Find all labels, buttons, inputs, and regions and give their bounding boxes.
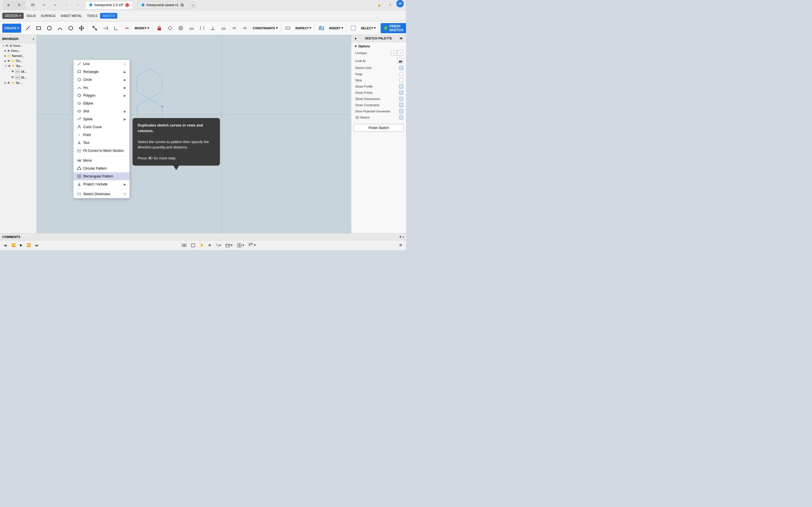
- sidebar-toggle[interactable]: ‹: [33, 37, 34, 41]
- zoom-fit-btn[interactable]: ⊕: [207, 242, 213, 248]
- line-tool-btn[interactable]: [23, 23, 33, 33]
- menu-item-ellipse[interactable]: Ellipse: [73, 100, 130, 107]
- sketch-grid-checkbox[interactable]: [399, 66, 403, 70]
- save-icon[interactable]: 💾: [28, 0, 38, 10]
- move-tool-btn[interactable]: [77, 23, 87, 33]
- skip-end-btn[interactable]: ⏭: [34, 243, 40, 248]
- insert-dropdown-btn[interactable]: INSERT ▾: [327, 24, 345, 33]
- zoom-dropdown-btn[interactable]: 🔍▾: [214, 242, 223, 248]
- image-icon[interactable]: [316, 23, 326, 33]
- circle-tool-btn[interactable]: [44, 23, 54, 33]
- user-avatar[interactable]: JP: [396, 0, 404, 7]
- fillet-icon[interactable]: [111, 23, 121, 33]
- menu-item-spline[interactable]: Spline ▶: [73, 115, 130, 123]
- comments-expand-btn[interactable]: ›: [403, 235, 404, 239]
- forward-icon[interactable]: ›: [73, 0, 83, 10]
- 3d-sketch-checkbox[interactable]: [399, 115, 403, 119]
- play-btn[interactable]: ▶: [18, 242, 24, 248]
- show-constraints-checkbox[interactable]: [399, 103, 403, 107]
- menu-item-conic-curve[interactable]: Conic Curve: [73, 123, 130, 131]
- sidebar-item-sk2[interactable]: 👁 ▭ Sk...: [0, 74, 36, 80]
- apps-icon[interactable]: ☰: [14, 0, 24, 10]
- menu-item-mirror[interactable]: Mirror: [73, 157, 130, 165]
- next-btn[interactable]: ⏩: [25, 242, 33, 248]
- menu-item-point[interactable]: + Point: [73, 131, 130, 139]
- menu-solid[interactable]: SOLID: [24, 13, 38, 18]
- equal-icon[interactable]: [229, 23, 239, 33]
- menu-tools[interactable]: TOOLS: [85, 13, 100, 18]
- constraints-dropdown-btn[interactable]: CONSTRAINTS ▾: [251, 24, 280, 33]
- notification-icon[interactable]: 🔔: [374, 0, 384, 10]
- finish-sketch-palette-btn[interactable]: Finish Sketch: [354, 124, 404, 132]
- sidebar-item-hone[interactable]: ▼ 👁 ⚙ hone...: [0, 43, 36, 48]
- comments-add-btn[interactable]: +: [399, 235, 402, 239]
- polygon-tool-btn[interactable]: [66, 23, 76, 33]
- symmetric-icon[interactable]: [240, 23, 250, 33]
- break-icon[interactable]: [122, 23, 132, 33]
- palette-expand-icon[interactable]: ≫: [400, 37, 403, 40]
- sidebar-item-bo[interactable]: ▼ 👁 📁 Bo...: [0, 63, 36, 68]
- menu-item-circular-pattern[interactable]: Circular Pattern: [73, 165, 130, 172]
- menu-item-sketch-dimension[interactable]: Sketch Dimension D: [73, 190, 130, 198]
- tangent-icon[interactable]: [218, 23, 229, 33]
- trim-icon[interactable]: [90, 23, 100, 33]
- help-icon[interactable]: ?: [385, 0, 395, 10]
- lock-icon[interactable]: [154, 23, 164, 33]
- select-dropdown-btn[interactable]: SELECT ▾: [359, 24, 377, 33]
- menu-item-rectangular-pattern[interactable]: Rectangular Pattern ⋮: [73, 172, 130, 180]
- prev-btn[interactable]: ⏪: [10, 242, 17, 248]
- concentric-icon[interactable]: [175, 23, 186, 33]
- active-tab[interactable]: 🔷 honeycomb 2.0 v3* ×: [85, 1, 133, 9]
- menu-surface[interactable]: SURFACE: [39, 13, 58, 18]
- menu-item-line[interactable]: Line L: [73, 60, 130, 68]
- menu-item-circle[interactable]: Circle ▶: [73, 76, 130, 83]
- modify-dropdown-btn[interactable]: MODIFY ▾: [133, 24, 151, 33]
- menu-item-polygon[interactable]: Polygon ▶: [73, 92, 130, 100]
- extend-icon[interactable]: [100, 23, 110, 33]
- show-profile-checkbox[interactable]: [399, 84, 403, 89]
- new-tab-btn[interactable]: +: [190, 2, 196, 8]
- inspect-dropdown-btn[interactable]: INSPECT ▾: [294, 24, 313, 33]
- parallel-icon[interactable]: [197, 23, 207, 33]
- grid-icon[interactable]: ⊞: [3, 0, 13, 10]
- menu-sketch[interactable]: SKETCH: [100, 13, 117, 18]
- dimension-icon[interactable]: [283, 23, 293, 33]
- palette-collapse-icon[interactable]: ▼: [354, 37, 357, 40]
- linetype-back-btn[interactable]: ‹: [391, 50, 397, 56]
- coincident-icon[interactable]: [165, 23, 175, 33]
- sidebar-item-sk3[interactable]: ▶ 👁 📁 Sk...: [0, 80, 36, 86]
- palette-section-header[interactable]: ▼ Options: [351, 43, 406, 49]
- close-tab-btn[interactable]: ×: [125, 3, 129, 7]
- snap-checkbox[interactable]: [399, 72, 403, 76]
- menu-item-text[interactable]: A Text: [73, 139, 130, 147]
- menu-item-slot[interactable]: Slot ▶: [73, 107, 130, 115]
- redo-icon[interactable]: ↪: [50, 0, 60, 10]
- look-at-btn[interactable]: 📷: [398, 58, 403, 64]
- menu-sheet-metal[interactable]: SHEET METAL: [58, 13, 84, 18]
- grid-display-btn[interactable]: ▾: [247, 242, 257, 248]
- menu-item-project-include[interactable]: Project / Include ▶: [73, 180, 130, 188]
- sidebar-item-ori[interactable]: ▶ 👁 📁 Ori...: [0, 58, 36, 63]
- create-dropdown-btn[interactable]: CREATE ▾: [2, 24, 21, 33]
- skip-start-btn[interactable]: ⏮: [2, 243, 9, 248]
- arc-tool-btn[interactable]: [55, 23, 65, 33]
- component-view-btn[interactable]: [180, 242, 188, 248]
- sidebar-item-docu[interactable]: ▶ ⚙ Docu...: [0, 48, 36, 53]
- show-projected-checkbox[interactable]: [399, 109, 403, 113]
- menu-item-fit-curves[interactable]: Fit Curves to Mesh Section: [73, 147, 130, 155]
- sidebar-item-sk1[interactable]: 👁 ▭ Sk...: [0, 68, 36, 74]
- design-btn[interactable]: DESIGN ▾: [2, 13, 24, 19]
- linetype-fwd-btn[interactable]: ›: [398, 50, 403, 56]
- display-mode-btn[interactable]: ▾: [224, 242, 234, 248]
- show-dimensions-checkbox[interactable]: [399, 97, 403, 101]
- pan-btn[interactable]: ✋: [198, 242, 206, 248]
- canvas-area[interactable]: TOP X Z Line L: [37, 35, 406, 233]
- menu-item-arc[interactable]: Arc ▶: [73, 83, 130, 92]
- back-icon[interactable]: ‹: [61, 0, 71, 10]
- settings-btn[interactable]: ⚙: [398, 242, 404, 248]
- sketch-view-btn[interactable]: [189, 242, 197, 248]
- close-second-tab-btn[interactable]: ×: [180, 3, 184, 7]
- finish-sketch-btn[interactable]: ✓ FINISH SKETCH ▾: [380, 23, 406, 33]
- rect-pattern-more-btn[interactable]: ⋮: [116, 175, 119, 178]
- menu-item-rectangle[interactable]: Rectangle ▶: [73, 68, 130, 76]
